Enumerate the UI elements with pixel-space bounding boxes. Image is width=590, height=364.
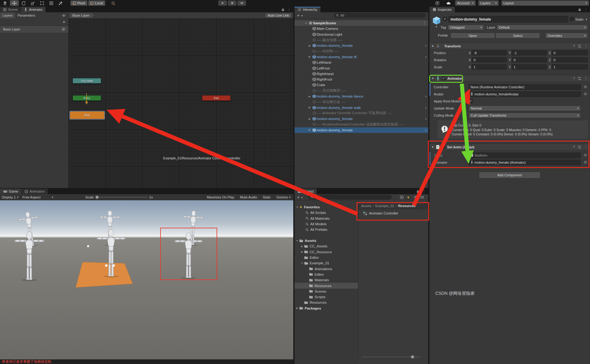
scale-slider-track[interactable] bbox=[96, 197, 147, 198]
expand-arrow-icon[interactable]: ▶ bbox=[307, 95, 312, 98]
pivot-toggle-button[interactable]: Pivot bbox=[70, 0, 87, 6]
add-layer-button[interactable]: + bbox=[63, 19, 65, 24]
game-viewport[interactable] bbox=[0, 200, 293, 364]
tab-game[interactable]: Game bbox=[0, 189, 21, 194]
menu-dots-icon[interactable]: ⋮ bbox=[584, 76, 588, 80]
layer-dropdown[interactable]: Default▾ bbox=[497, 25, 588, 30]
maximize-on-play-button[interactable]: Maximize On Play bbox=[204, 194, 237, 200]
controller-object-field[interactable]: None (Runtime Animator Controller) bbox=[469, 84, 581, 90]
expand-arrow-icon[interactable]: ▶ bbox=[307, 44, 312, 47]
tab-hierarchy[interactable]: Hierarchy bbox=[295, 7, 320, 12]
step-button[interactable] bbox=[237, 0, 246, 6]
script-object-field[interactable]: SetAnim bbox=[469, 153, 581, 158]
twisty-open-icon[interactable]: ▼ bbox=[300, 262, 304, 265]
expand-arrow-icon[interactable]: ▶ bbox=[307, 106, 312, 109]
gizmos-dropdown[interactable]: Gizmos▾ bbox=[273, 194, 293, 200]
project-folder-editor[interactable]: Editor bbox=[295, 255, 358, 260]
culling-mode-dropdown[interactable]: Cull Update Transforms▾ bbox=[469, 113, 581, 118]
avatar-object-field[interactable]: motion-dummy_femaleAvatar bbox=[469, 91, 581, 97]
unlock-icon[interactable] bbox=[417, 190, 419, 193]
dropdown-arrow-icon[interactable]: ▾ bbox=[301, 14, 303, 17]
create-object-button[interactable]: + bbox=[297, 13, 299, 18]
layout-dropdown[interactable]: Layout▾ bbox=[501, 0, 589, 6]
tab-scene[interactable]: Scene bbox=[0, 7, 21, 12]
position-y-field[interactable]: -1 bbox=[512, 50, 547, 55]
twisty-open-icon[interactable]: ▼ bbox=[295, 239, 299, 242]
play-button[interactable] bbox=[218, 0, 227, 6]
object-picker-icon[interactable]: ⊙ bbox=[584, 84, 587, 90]
prefab-chevron-icon[interactable]: › bbox=[425, 106, 426, 109]
animator-component-header[interactable]: ▼ ✓ Animator ?⋮ bbox=[429, 75, 590, 82]
favorites-item[interactable]: All Scripts bbox=[295, 210, 358, 215]
breadcrumb-resources[interactable]: Resources bbox=[398, 204, 415, 208]
project-folder-resources[interactable]: Resources bbox=[295, 283, 358, 288]
breadcrumb-base-layer[interactable]: Base Layer bbox=[70, 13, 95, 18]
menu-dots-icon[interactable]: ⋮ bbox=[584, 145, 588, 149]
create-asset-button[interactable]: + bbox=[297, 195, 299, 200]
gear-icon[interactable] bbox=[62, 27, 65, 31]
state-machine-graph[interactable]: Any State Entry Exit Run Example_01/Reso… bbox=[68, 18, 293, 188]
search-by-type-icon[interactable] bbox=[400, 195, 404, 199]
object-picker-icon[interactable]: ⊙ bbox=[584, 91, 587, 97]
project-folder-cc-assets[interactable]: ▶CC_Assets bbox=[295, 243, 358, 249]
hierarchy-item[interactable]: LeftFoot bbox=[295, 65, 428, 71]
unlock-icon[interactable] bbox=[282, 8, 284, 11]
object-picker-icon[interactable]: ⊙ bbox=[584, 152, 587, 158]
move-tool-icon[interactable] bbox=[10, 0, 19, 6]
rotation-x-field[interactable]: 0 bbox=[472, 57, 507, 62]
favorites-row[interactable]: ▼ ★ Favorites bbox=[295, 204, 358, 210]
expand-arrow-icon[interactable]: ▶ bbox=[307, 118, 312, 120]
display-dropdown[interactable]: Display 1▾ bbox=[0, 194, 20, 200]
hierarchy-item[interactable]: RightHand bbox=[295, 71, 428, 77]
set-anim-animator-object-field[interactable]: motion-dummy_female (Animator) bbox=[469, 160, 581, 165]
state-node-entry[interactable]: Entry bbox=[73, 95, 101, 101]
transform-component-header[interactable]: ▼ Transform ?⋮ bbox=[429, 42, 590, 50]
hierarchy-item[interactable]: ▶motion-dummy_female walk› bbox=[295, 105, 428, 110]
custom-tool-icon[interactable] bbox=[56, 0, 65, 6]
breadcrumb-assets[interactable]: Assets bbox=[361, 204, 371, 208]
presets-icon[interactable] bbox=[578, 44, 581, 48]
project-folder-editor[interactable]: Editor bbox=[295, 272, 358, 277]
local-toggle-button[interactable]: Local bbox=[88, 0, 105, 6]
project-folder-resources[interactable]: Resources bbox=[295, 300, 358, 305]
twisty-closed-icon[interactable]: ▶ bbox=[300, 245, 304, 248]
header-expand-icon[interactable]: ▾ bbox=[436, 25, 437, 28]
project-folder-scripts[interactable]: Scripts bbox=[295, 294, 358, 300]
presets-icon[interactable] bbox=[578, 145, 581, 149]
transform-tool-icon[interactable] bbox=[47, 0, 56, 6]
object-name-field[interactable]: motion-dummy_female bbox=[449, 16, 568, 22]
menu-dots-icon[interactable]: ⋮ bbox=[422, 190, 426, 194]
prefab-overrides-dropdown[interactable]: Overrides▾ bbox=[545, 33, 588, 38]
stats-button[interactable]: Stats bbox=[260, 194, 273, 200]
hidden-packages-eye-icon[interactable] bbox=[413, 196, 418, 198]
scale-z-field[interactable]: 1 bbox=[552, 64, 588, 70]
favorites-item[interactable]: All Prefabs bbox=[295, 227, 358, 232]
tab-project[interactable]: Project bbox=[295, 189, 317, 194]
twisty-open-icon[interactable]: ▼ bbox=[431, 77, 434, 80]
favorites-item[interactable]: All Models bbox=[295, 221, 358, 227]
project-folder-assets[interactable]: ▼Assets bbox=[295, 238, 358, 243]
tab-animator[interactable]: Animator bbox=[21, 7, 46, 12]
prefab-chevron-icon[interactable]: › bbox=[425, 44, 426, 47]
twisty-closed-icon[interactable]: ▶ bbox=[300, 250, 304, 253]
zoom-slider-thumb[interactable] bbox=[411, 355, 414, 358]
project-search-input[interactable] bbox=[308, 195, 392, 199]
grid-snap-icon[interactable] bbox=[108, 0, 117, 6]
account-dropdown[interactable]: Account▾ bbox=[455, 0, 476, 6]
scale-slider-thumb[interactable] bbox=[96, 196, 99, 199]
scale-x-field[interactable]: 1 bbox=[472, 64, 507, 70]
static-checkbox[interactable] bbox=[570, 17, 574, 21]
rect-tool-icon[interactable] bbox=[38, 0, 47, 6]
tag-dropdown[interactable]: Untagged▾ bbox=[448, 25, 484, 30]
help-icon[interactable]: ? bbox=[573, 44, 575, 48]
project-folder-cc-resource[interactable]: ▶CC_Resource bbox=[295, 249, 358, 255]
prefab-chevron-icon[interactable]: › bbox=[425, 117, 426, 120]
hierarchy-item[interactable]: ---- 无位移舞蹈 ---- bbox=[295, 88, 428, 94]
prefab-select-button[interactable]: Select bbox=[495, 33, 540, 38]
mute-audio-button[interactable]: Mute Audio bbox=[237, 194, 260, 200]
hierarchy-item[interactable]: ▶motion-dummy_female› bbox=[295, 116, 428, 122]
hand-tool-icon[interactable] bbox=[1, 0, 10, 6]
hierarchy-item[interactable]: Directional Light bbox=[295, 32, 428, 37]
apply-root-motion-checkbox[interactable]: ✓ bbox=[469, 99, 473, 103]
menu-dots-icon[interactable]: ⋮ bbox=[287, 8, 291, 12]
